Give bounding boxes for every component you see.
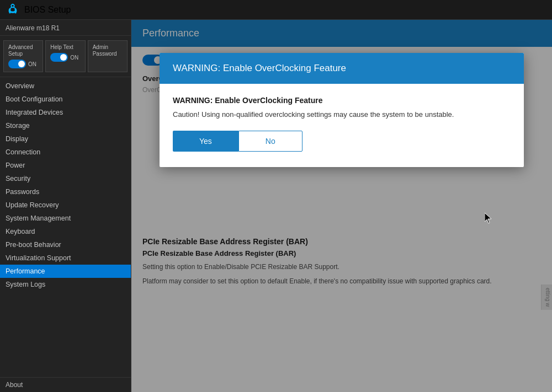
sidebar-item-security[interactable]: Security: [0, 172, 131, 185]
admin-password-label: AdminPassword: [93, 44, 123, 57]
about-section[interactable]: About: [0, 377, 131, 392]
sidebar-item-integrated-devices[interactable]: Integrated Devices: [0, 106, 131, 119]
sidebar-item-system-logs[interactable]: System Logs: [0, 278, 131, 291]
alien-logo-icon: [7, 3, 19, 17]
nav-list: Overview Boot Configuration Integrated D…: [0, 77, 131, 377]
titlebar-title: BIOS Setup: [24, 5, 71, 15]
advanced-setup-toggle-row: ON: [8, 60, 38, 68]
sidebar-item-boot-configuration[interactable]: Boot Configuration: [0, 93, 131, 106]
modal-overlay: WARNING: Enable OverClocking Feature WAR…: [131, 20, 552, 392]
modal-buttons: Yes No: [173, 131, 511, 152]
about-label: About: [6, 381, 23, 389]
sidebar-item-passwords[interactable]: Passwords: [0, 185, 131, 198]
admin-password-control: AdminPassword: [88, 40, 128, 72]
help-text-toggle-text: ON: [70, 55, 78, 61]
sidebar-item-update-recovery[interactable]: Update Recovery: [0, 198, 131, 212]
sidebar-item-performance[interactable]: Performance: [0, 265, 131, 278]
sidebar-item-pre-boot-behavior[interactable]: Pre-boot Behavior: [0, 238, 131, 251]
sidebar-item-virtualization-support[interactable]: Virtualization Support: [0, 251, 131, 265]
main-layout: Alienware m18 R1 AdvancedSetup ON Help T…: [0, 20, 552, 392]
advanced-setup-toggle-text: ON: [28, 61, 36, 67]
help-text-control: Help Text ON: [45, 40, 85, 72]
modal-no-button[interactable]: No: [238, 131, 302, 152]
sidebar-item-storage[interactable]: Storage: [0, 119, 131, 132]
sidebar-item-system-management[interactable]: System Management: [0, 212, 131, 225]
sidebar-item-keyboard[interactable]: Keyboard: [0, 225, 131, 238]
help-text-toggle[interactable]: [50, 53, 68, 62]
help-text-toggle-row: ON: [50, 53, 80, 62]
title-bar: BIOS Setup: [0, 0, 552, 20]
modal-message: Caution! Using non-qualified overclockin…: [173, 110, 511, 119]
modal-header-text: WARNING: Enable OverClocking Feature: [173, 63, 346, 73]
sidebar-item-overview[interactable]: Overview: [0, 79, 131, 93]
sidebar-item-connection[interactable]: Connection: [0, 146, 131, 159]
content-area: Performance ON OverClocking feature Over…: [131, 20, 552, 392]
advanced-setup-toggle[interactable]: [8, 60, 26, 68]
modal-yes-button[interactable]: Yes: [173, 131, 238, 152]
help-text-label: Help Text: [50, 44, 80, 51]
controls-area: AdvancedSetup ON Help Text ON AdminPassw…: [0, 36, 131, 77]
modal-header: WARNING: Enable OverClocking Feature: [160, 53, 524, 84]
warning-modal: WARNING: Enable OverClocking Feature WAR…: [160, 53, 524, 167]
modal-title: WARNING: Enable OverClocking Feature: [173, 96, 511, 105]
sidebar: Alienware m18 R1 AdvancedSetup ON Help T…: [0, 20, 131, 392]
modal-body: WARNING: Enable OverClocking Feature Cau…: [160, 84, 524, 167]
advanced-setup-control: AdvancedSetup ON: [3, 40, 43, 72]
device-name: Alienware m18 R1: [0, 20, 131, 36]
sidebar-item-display[interactable]: Display: [0, 132, 131, 146]
advanced-setup-label: AdvancedSetup: [8, 44, 38, 57]
sidebar-item-power[interactable]: Power: [0, 159, 131, 172]
